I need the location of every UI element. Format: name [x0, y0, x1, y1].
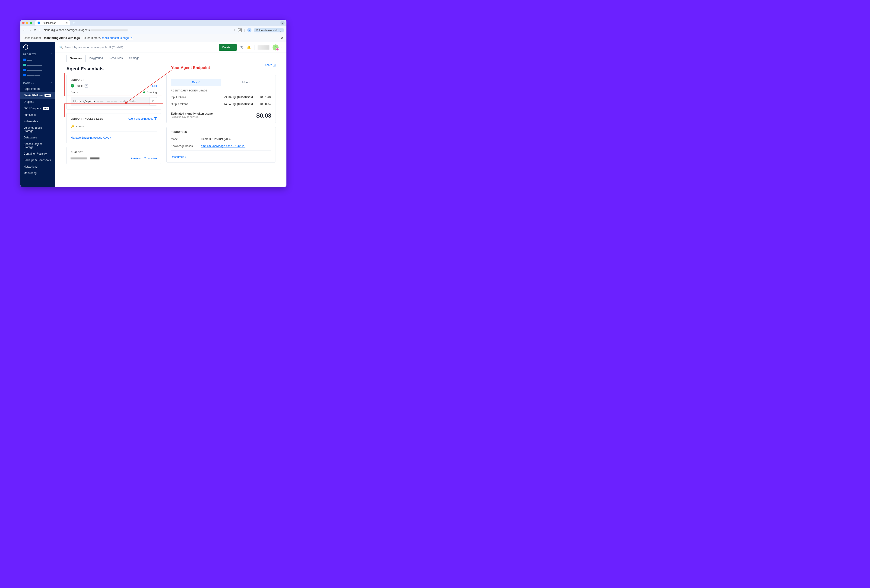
key-name: cursor	[76, 125, 84, 128]
new-tab-button[interactable]: +	[72, 21, 76, 25]
sidebar-item-spaces-object-storage[interactable]: Spaces Object Storage	[20, 141, 55, 150]
tabs-menu-button[interactable]: ⌄	[280, 21, 285, 25]
sidebar-item-databases[interactable]: Databases	[20, 134, 55, 141]
forward-button[interactable]: →	[28, 28, 31, 32]
relaunch-button[interactable]: Relaunch to update⋮	[254, 28, 284, 33]
content: Overview Playground Resources Settings L…	[55, 53, 286, 187]
site-info-icon[interactable]: ⊶	[39, 28, 42, 31]
search-input[interactable]: 🔍 Search by resource name or public IP (…	[59, 46, 216, 49]
project-item[interactable]: ▬▬▬▬ ▬▬	[20, 67, 55, 73]
close-banner-icon[interactable]: ×	[281, 36, 283, 40]
team-name[interactable]	[258, 45, 269, 50]
incident-tag: Open incident	[24, 36, 41, 40]
doc-icon	[273, 64, 276, 67]
url-prefix: https://agent-	[73, 100, 95, 103]
usage-period-segment: Day ✓ Month	[171, 79, 271, 86]
browser-window: DigitalOcean × + ⌄ ← → ⟳ ⊶ cloud.digital…	[20, 20, 286, 187]
manage-header[interactable]: MANAGE⌃	[20, 80, 55, 86]
resources-card: RESOURCES ModelLlama 3.3 Instruct (70B)K…	[166, 127, 276, 162]
logo-area[interactable]	[20, 42, 55, 52]
projects-header[interactable]: PROJECTS⌃	[20, 52, 55, 57]
endpoint-visibility: Public	[76, 84, 83, 88]
browser-tab[interactable]: DigitalOcean ×	[35, 20, 70, 25]
sidebar-item-app-platform[interactable]: App Platform	[20, 86, 55, 92]
tab-playground[interactable]: Playground	[85, 55, 106, 62]
resources-header: RESOURCES	[171, 131, 271, 133]
sidebar-item-gpu-droplets[interactable]: GPU DropletsNew	[20, 105, 55, 111]
topbar: 🔍 Search by resource name or public IP (…	[55, 42, 286, 53]
sidebar-item-networking[interactable]: Networking	[20, 163, 55, 170]
usage-card: Day ✓ Month AGENT DAILY TOKEN USAGE Inpu…	[166, 75, 276, 123]
resources-link[interactable]: Resources›	[171, 155, 186, 159]
usage-row: Output tokens14,645 @ $0.65000/1M$0.0095…	[171, 101, 271, 108]
access-keys-header: ENDPOINT ACCESS KEYS	[71, 117, 103, 120]
sidebar-item-droplets[interactable]: Droplets	[20, 99, 55, 105]
estimate-label: Estimated monthly token usage Estimates …	[171, 112, 213, 118]
help-icon[interactable]: ?⃝	[240, 45, 243, 49]
chrome-tab-strip: DigitalOcean × + ⌄	[20, 20, 286, 26]
segment-day[interactable]: Day ✓	[171, 79, 221, 86]
tab-settings[interactable]: Settings	[126, 55, 142, 62]
resource-row: Knowledge basesamit-cm-knowledge-base-02…	[171, 143, 271, 150]
close-tab-icon[interactable]: ×	[66, 21, 68, 25]
sidebar-item-backups-snapshots[interactable]: Backups & Snapshots	[20, 157, 55, 163]
chevron-down-icon: ⌄	[231, 46, 234, 49]
address-bar[interactable]: cloud.digitalocean.com/gen-ai/agents	[44, 28, 231, 32]
status-page-link[interactable]: check our status page. ↗	[101, 36, 133, 40]
sidebar-item-functions[interactable]: Functions	[20, 111, 55, 118]
access-key-row[interactable]: 🔑 cursor	[71, 123, 157, 130]
key-icon: 🔑	[71, 125, 74, 128]
help-tooltip-icon[interactable]: ?	[85, 84, 88, 88]
project-item[interactable]: ▬ ▬▬▬▬▬	[20, 62, 55, 67]
copy-button[interactable]: ⧉	[149, 97, 157, 105]
reload-button[interactable]: ⟳	[34, 28, 37, 32]
chrome-url-bar: ← → ⟳ ⊶ cloud.digitalocean.com/gen-ai/ag…	[20, 26, 286, 34]
status-dot-icon	[143, 91, 145, 93]
extensions-icon[interactable]: ⊞	[238, 28, 242, 32]
chatbot-header: CHATBOT	[71, 151, 157, 153]
do-logo-icon	[23, 45, 28, 49]
new-badge: New	[45, 94, 51, 97]
access-keys-card: ENDPOINT ACCESS KEYS Agent endpoint docs…	[66, 113, 161, 143]
sidebar-item-container-registry[interactable]: Container Registry	[20, 150, 55, 157]
agent-tabs: Overview Playground Resources Settings	[66, 55, 276, 62]
learn-link[interactable]: Learn	[265, 64, 276, 67]
incident-banner: Open incident Monitoring Alerts with tag…	[20, 34, 286, 42]
estimate-total: $0.03	[256, 112, 271, 119]
avatar[interactable]: D	[273, 45, 279, 50]
sidebar-item-genai-platform[interactable]: GenAI PlatformNew	[20, 92, 55, 99]
profile-icon[interactable]: ●	[247, 28, 252, 32]
chevron-down-icon[interactable]: ⌄	[280, 46, 282, 49]
preview-link[interactable]: Preview	[131, 157, 141, 160]
search-icon: 🔍	[59, 46, 63, 49]
check-icon: ✓	[198, 81, 200, 84]
status-value: Running	[146, 91, 157, 94]
edit-endpoint-link[interactable]: Edit	[152, 84, 157, 88]
sidebar-item-kubernetes[interactable]: Kubernetes	[20, 118, 55, 125]
window-traffic-lights[interactable]	[22, 22, 32, 24]
endpoint-docs-link[interactable]: Agent endpoint docs	[128, 117, 157, 120]
back-button[interactable]: ←	[23, 28, 26, 32]
new-badge: New	[43, 107, 49, 110]
segment-month[interactable]: Month	[221, 79, 271, 86]
endpoint-card: ENDPOINT ✓ Public ? Edit Status: Running	[66, 75, 161, 110]
tab-title: DigitalOcean	[42, 22, 56, 24]
sidebar-item-volumes-block-storage[interactable]: Volumes Block Storage	[20, 125, 55, 134]
project-item[interactable]: ▬▬▬ ▬▬	[20, 73, 55, 77]
tab-resources[interactable]: Resources	[106, 55, 126, 62]
url-suffix: .ondigitalo	[118, 100, 136, 103]
chevron-up-icon: ⌃	[51, 53, 53, 56]
notifications-icon[interactable]: 🔔	[247, 45, 251, 49]
customize-link[interactable]: Customize	[144, 157, 157, 160]
tab-overview[interactable]: Overview	[66, 55, 85, 62]
create-button[interactable]: Create⌄	[219, 44, 237, 51]
sidebar: PROJECTS⌃ ▬▬ ▬ ▬▬▬▬▬ ▬▬▬▬ ▬▬ ▬▬▬ ▬▬ MANA…	[20, 42, 55, 187]
project-item[interactable]: ▬▬	[20, 57, 55, 62]
endpoint-url-box[interactable]: https://agent- ▬ ▬▬ ▬▬ ▬ ▬▬ .ondigitalo …	[71, 97, 157, 105]
banner-text: To learn more, check our status page. ↗	[83, 36, 133, 40]
usage-header: AGENT DAILY TOKEN USAGE	[171, 89, 271, 92]
manage-keys-link[interactable]: Manage Endpoint Access Keys›	[71, 136, 111, 140]
bookmark-star-icon[interactable]: ☆	[233, 28, 236, 32]
sidebar-item-monitoring[interactable]: Monitoring	[20, 170, 55, 177]
kb-link[interactable]: amit-cm-knowledge-base-02142025	[201, 144, 245, 148]
